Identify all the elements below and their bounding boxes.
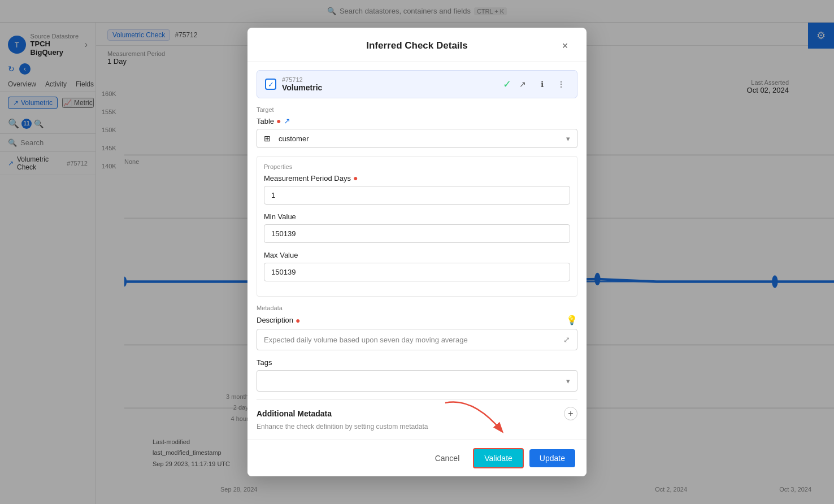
max-value-field: Max Value	[264, 251, 570, 281]
table-required-dot: ●	[276, 116, 281, 125]
metadata-section-label: Metadata	[257, 305, 577, 311]
additional-meta-title: Additional Metadata	[257, 409, 332, 418]
check-card-checkbox: ✓	[265, 79, 276, 90]
measurement-period-field-label: Measurement Period Days ●	[264, 173, 570, 183]
inferred-check-modal: Inferred Check Details × ✓ #75712 Volume…	[247, 28, 587, 476]
additional-meta-header: Additional Metadata +	[257, 407, 577, 420]
max-value-input[interactable]	[264, 263, 570, 281]
check-card-num: #75712	[282, 76, 497, 83]
validate-button[interactable]: Validate	[473, 448, 524, 468]
table-value: customer	[279, 134, 309, 143]
modal-overlay: Inferred Check Details × ✓ #75712 Volume…	[0, 0, 834, 504]
modal-body: Target Table ● ↗ ⊞ customer ▾	[247, 98, 587, 440]
more-action-button[interactable]: ⋮	[553, 76, 569, 92]
description-input[interactable]: Expected daily volume based upon seven d…	[257, 329, 577, 350]
description-field-label: Description ● 💡	[257, 315, 577, 325]
app-shell: 🔍 Search datastores, containers and fiel…	[0, 0, 834, 504]
table-field-label: Table ● ↗	[257, 116, 577, 125]
modal-header: Inferred Check Details ×	[247, 28, 587, 62]
table-chevron-icon: ▾	[566, 134, 570, 143]
modal-title: Inferred Check Details	[277, 40, 557, 51]
table-expand-icon[interactable]: ↗	[284, 116, 290, 125]
table-field-group: Table ● ↗ ⊞ customer ▾	[257, 116, 577, 148]
check-card: ✓ #75712 Volumetric ✓ ↗ ℹ ⋮	[257, 70, 577, 98]
check-card-info: #75712 Volumetric	[282, 76, 497, 92]
cancel-button[interactable]: Cancel	[427, 449, 468, 467]
additional-meta-desc: Enhance the check definition by setting …	[257, 423, 577, 431]
description-required-dot: ●	[296, 316, 300, 325]
checkbox-check-icon: ✓	[268, 80, 274, 89]
measurement-period-field: Measurement Period Days ●	[264, 173, 570, 205]
table-grid-icon: ⊞	[264, 134, 271, 143]
properties-section-label: Properties	[264, 163, 570, 170]
update-button[interactable]: Update	[529, 449, 575, 467]
tags-label: Tags	[257, 358, 577, 367]
additional-metadata-section: Additional Metadata + Enhance the check …	[257, 399, 577, 431]
table-select-left: ⊞ customer	[264, 134, 309, 143]
chart-action-button[interactable]: ↗	[515, 76, 531, 92]
description-placeholder: Expected daily volume based upon seven d…	[264, 336, 468, 344]
add-metadata-button[interactable]: +	[564, 407, 577, 420]
min-value-field: Min Value	[264, 212, 570, 243]
table-select[interactable]: ⊞ customer ▾	[257, 129, 577, 148]
description-expand-icon[interactable]: ⤢	[563, 335, 570, 344]
target-section-label: Target	[257, 106, 577, 113]
modal-footer: Cancel Validate Update	[247, 440, 587, 476]
tags-select[interactable]: ▾	[257, 370, 577, 392]
modal-close-button[interactable]: ×	[557, 38, 573, 54]
measurement-period-input[interactable]	[264, 186, 570, 205]
status-check-icon: ✓	[503, 78, 511, 90]
max-value-label: Max Value	[264, 251, 570, 259]
metadata-section: Metadata Description ● 💡 Expected daily …	[257, 305, 577, 392]
description-field: Description ● 💡 Expected daily volume ba…	[257, 315, 577, 350]
min-value-label: Min Value	[264, 212, 570, 221]
info-action-button[interactable]: ℹ	[534, 76, 550, 92]
check-card-name: Volumetric	[282, 83, 497, 92]
tags-chevron-icon: ▾	[566, 377, 570, 385]
measurement-required-dot: ●	[353, 173, 358, 183]
lightbulb-icon[interactable]: 💡	[566, 315, 577, 325]
min-value-input[interactable]	[264, 224, 570, 243]
properties-section: Properties Measurement Period Days ● Min…	[257, 156, 577, 297]
tags-field: Tags ▾	[257, 358, 577, 392]
check-card-actions: ✓ ↗ ℹ ⋮	[503, 76, 569, 92]
